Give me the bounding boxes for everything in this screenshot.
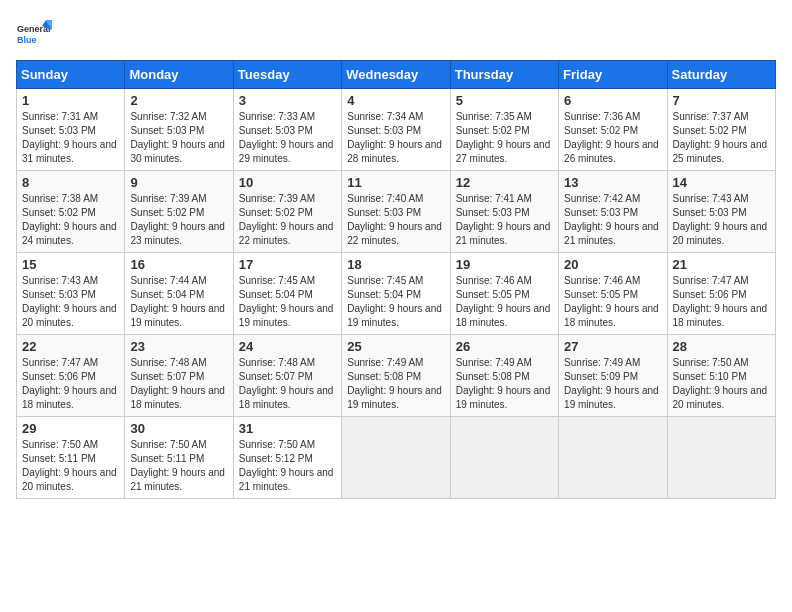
day-info: Sunrise: 7:50 AM Sunset: 5:11 PM Dayligh… (130, 438, 227, 494)
day-number: 26 (456, 339, 553, 354)
day-number: 20 (564, 257, 661, 272)
calendar-day-cell (667, 417, 775, 499)
logo: General Blue (16, 16, 52, 52)
calendar-day-cell: 9Sunrise: 7:39 AM Sunset: 5:02 PM Daylig… (125, 171, 233, 253)
calendar-day-cell: 19Sunrise: 7:46 AM Sunset: 5:05 PM Dayli… (450, 253, 558, 335)
calendar-day-cell: 6Sunrise: 7:36 AM Sunset: 5:02 PM Daylig… (559, 89, 667, 171)
day-info: Sunrise: 7:35 AM Sunset: 5:02 PM Dayligh… (456, 110, 553, 166)
day-info: Sunrise: 7:50 AM Sunset: 5:10 PM Dayligh… (673, 356, 770, 412)
page-header: General Blue (16, 16, 776, 52)
day-info: Sunrise: 7:38 AM Sunset: 5:02 PM Dayligh… (22, 192, 119, 248)
day-of-week-header: Sunday (17, 61, 125, 89)
calendar-day-cell: 14Sunrise: 7:43 AM Sunset: 5:03 PM Dayli… (667, 171, 775, 253)
calendar-week-row: 29Sunrise: 7:50 AM Sunset: 5:11 PM Dayli… (17, 417, 776, 499)
day-info: Sunrise: 7:45 AM Sunset: 5:04 PM Dayligh… (239, 274, 336, 330)
day-of-week-header: Saturday (667, 61, 775, 89)
day-number: 29 (22, 421, 119, 436)
calendar-day-cell: 28Sunrise: 7:50 AM Sunset: 5:10 PM Dayli… (667, 335, 775, 417)
day-number: 11 (347, 175, 444, 190)
calendar-day-cell: 8Sunrise: 7:38 AM Sunset: 5:02 PM Daylig… (17, 171, 125, 253)
day-of-week-header: Monday (125, 61, 233, 89)
day-info: Sunrise: 7:46 AM Sunset: 5:05 PM Dayligh… (456, 274, 553, 330)
day-number: 17 (239, 257, 336, 272)
day-info: Sunrise: 7:39 AM Sunset: 5:02 PM Dayligh… (239, 192, 336, 248)
calendar-day-cell: 4Sunrise: 7:34 AM Sunset: 5:03 PM Daylig… (342, 89, 450, 171)
calendar-day-cell: 31Sunrise: 7:50 AM Sunset: 5:12 PM Dayli… (233, 417, 341, 499)
calendar-day-cell: 11Sunrise: 7:40 AM Sunset: 5:03 PM Dayli… (342, 171, 450, 253)
day-info: Sunrise: 7:49 AM Sunset: 5:08 PM Dayligh… (456, 356, 553, 412)
day-info: Sunrise: 7:32 AM Sunset: 5:03 PM Dayligh… (130, 110, 227, 166)
day-number: 18 (347, 257, 444, 272)
day-info: Sunrise: 7:47 AM Sunset: 5:06 PM Dayligh… (673, 274, 770, 330)
calendar-day-cell: 5Sunrise: 7:35 AM Sunset: 5:02 PM Daylig… (450, 89, 558, 171)
day-number: 1 (22, 93, 119, 108)
calendar-header-row: SundayMondayTuesdayWednesdayThursdayFrid… (17, 61, 776, 89)
calendar-day-cell (450, 417, 558, 499)
day-info: Sunrise: 7:41 AM Sunset: 5:03 PM Dayligh… (456, 192, 553, 248)
calendar-day-cell: 15Sunrise: 7:43 AM Sunset: 5:03 PM Dayli… (17, 253, 125, 335)
calendar-week-row: 15Sunrise: 7:43 AM Sunset: 5:03 PM Dayli… (17, 253, 776, 335)
day-info: Sunrise: 7:37 AM Sunset: 5:02 PM Dayligh… (673, 110, 770, 166)
day-info: Sunrise: 7:45 AM Sunset: 5:04 PM Dayligh… (347, 274, 444, 330)
calendar-day-cell: 23Sunrise: 7:48 AM Sunset: 5:07 PM Dayli… (125, 335, 233, 417)
calendar-day-cell: 30Sunrise: 7:50 AM Sunset: 5:11 PM Dayli… (125, 417, 233, 499)
calendar-day-cell: 10Sunrise: 7:39 AM Sunset: 5:02 PM Dayli… (233, 171, 341, 253)
calendar-day-cell (342, 417, 450, 499)
calendar-day-cell: 22Sunrise: 7:47 AM Sunset: 5:06 PM Dayli… (17, 335, 125, 417)
svg-text:Blue: Blue (17, 35, 37, 45)
day-number: 6 (564, 93, 661, 108)
day-info: Sunrise: 7:50 AM Sunset: 5:11 PM Dayligh… (22, 438, 119, 494)
calendar-day-cell: 29Sunrise: 7:50 AM Sunset: 5:11 PM Dayli… (17, 417, 125, 499)
day-number: 10 (239, 175, 336, 190)
day-number: 28 (673, 339, 770, 354)
day-info: Sunrise: 7:43 AM Sunset: 5:03 PM Dayligh… (673, 192, 770, 248)
day-number: 16 (130, 257, 227, 272)
day-number: 22 (22, 339, 119, 354)
day-number: 15 (22, 257, 119, 272)
calendar-day-cell: 7Sunrise: 7:37 AM Sunset: 5:02 PM Daylig… (667, 89, 775, 171)
day-info: Sunrise: 7:47 AM Sunset: 5:06 PM Dayligh… (22, 356, 119, 412)
day-number: 2 (130, 93, 227, 108)
day-number: 23 (130, 339, 227, 354)
calendar-week-row: 1Sunrise: 7:31 AM Sunset: 5:03 PM Daylig… (17, 89, 776, 171)
day-number: 19 (456, 257, 553, 272)
day-info: Sunrise: 7:36 AM Sunset: 5:02 PM Dayligh… (564, 110, 661, 166)
day-info: Sunrise: 7:42 AM Sunset: 5:03 PM Dayligh… (564, 192, 661, 248)
day-info: Sunrise: 7:48 AM Sunset: 5:07 PM Dayligh… (130, 356, 227, 412)
day-number: 25 (347, 339, 444, 354)
day-number: 12 (456, 175, 553, 190)
day-info: Sunrise: 7:46 AM Sunset: 5:05 PM Dayligh… (564, 274, 661, 330)
day-number: 30 (130, 421, 227, 436)
calendar-day-cell: 18Sunrise: 7:45 AM Sunset: 5:04 PM Dayli… (342, 253, 450, 335)
day-number: 21 (673, 257, 770, 272)
day-info: Sunrise: 7:49 AM Sunset: 5:09 PM Dayligh… (564, 356, 661, 412)
day-number: 31 (239, 421, 336, 436)
day-number: 5 (456, 93, 553, 108)
day-info: Sunrise: 7:39 AM Sunset: 5:02 PM Dayligh… (130, 192, 227, 248)
day-number: 27 (564, 339, 661, 354)
calendar-day-cell: 12Sunrise: 7:41 AM Sunset: 5:03 PM Dayli… (450, 171, 558, 253)
day-of-week-header: Tuesday (233, 61, 341, 89)
calendar-week-row: 22Sunrise: 7:47 AM Sunset: 5:06 PM Dayli… (17, 335, 776, 417)
day-info: Sunrise: 7:44 AM Sunset: 5:04 PM Dayligh… (130, 274, 227, 330)
day-number: 4 (347, 93, 444, 108)
calendar-day-cell: 13Sunrise: 7:42 AM Sunset: 5:03 PM Dayli… (559, 171, 667, 253)
calendar-day-cell: 3Sunrise: 7:33 AM Sunset: 5:03 PM Daylig… (233, 89, 341, 171)
day-info: Sunrise: 7:31 AM Sunset: 5:03 PM Dayligh… (22, 110, 119, 166)
day-number: 8 (22, 175, 119, 190)
calendar-day-cell: 24Sunrise: 7:48 AM Sunset: 5:07 PM Dayli… (233, 335, 341, 417)
day-info: Sunrise: 7:50 AM Sunset: 5:12 PM Dayligh… (239, 438, 336, 494)
day-of-week-header: Wednesday (342, 61, 450, 89)
day-number: 9 (130, 175, 227, 190)
day-info: Sunrise: 7:49 AM Sunset: 5:08 PM Dayligh… (347, 356, 444, 412)
day-number: 13 (564, 175, 661, 190)
day-info: Sunrise: 7:33 AM Sunset: 5:03 PM Dayligh… (239, 110, 336, 166)
calendar-day-cell: 16Sunrise: 7:44 AM Sunset: 5:04 PM Dayli… (125, 253, 233, 335)
calendar-day-cell: 27Sunrise: 7:49 AM Sunset: 5:09 PM Dayli… (559, 335, 667, 417)
calendar-day-cell: 21Sunrise: 7:47 AM Sunset: 5:06 PM Dayli… (667, 253, 775, 335)
calendar-day-cell (559, 417, 667, 499)
calendar-day-cell: 20Sunrise: 7:46 AM Sunset: 5:05 PM Dayli… (559, 253, 667, 335)
day-number: 14 (673, 175, 770, 190)
day-info: Sunrise: 7:48 AM Sunset: 5:07 PM Dayligh… (239, 356, 336, 412)
day-of-week-header: Thursday (450, 61, 558, 89)
